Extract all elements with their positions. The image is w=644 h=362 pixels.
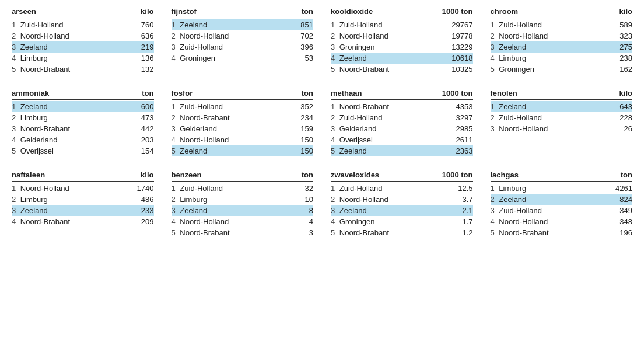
row-label: Zuid-Holland [499,113,542,122]
row-value: 473 [131,113,154,122]
table-title-fijnstof: fijnstof [172,7,197,16]
table-fosfor: fosforton1 Zuid-Holland3522 Noord-Braban… [172,89,314,156]
table-row: 5 Noord-Brabant10325 [331,64,473,75]
table-title-methaan: methaan [331,89,362,98]
row-label: Noord-Holland [180,217,229,226]
table-row: 2 Noord-Holland19778 [331,30,473,41]
row-value: 4353 [450,102,473,111]
table-row: 2 Noord-Holland323 [491,30,633,41]
table-kooldioxide: kooldioxide1000 ton1 Zuid-Holland297672 … [331,7,473,75]
row-label: Zeeland [499,102,526,111]
row-value: 159 [290,124,313,133]
row-label: Limburg [180,195,207,204]
table-row: 4 Zeeland10618 [331,53,473,64]
row-label: Noord-Brabant [20,217,70,226]
table-ammoniak: ammoniakton1 Zeeland6002 Limburg4733 Noo… [12,89,154,156]
row-value: 486 [131,195,154,204]
table-header-lachgas: lachgaston [491,170,633,182]
table-unit-kooldioxide: 1000 ton [442,7,473,16]
row-rank: 5 [12,65,18,74]
table-unit-ammoniak: ton [142,89,153,98]
row-label: Noord-Brabant [340,102,389,111]
row-label: Zeeland [180,147,207,155]
row-value: 196 [609,228,632,237]
row-value: 12.5 [450,184,473,193]
row-value: 26 [609,124,632,133]
row-rank: 5 [491,228,497,237]
row-rank: 5 [172,228,178,237]
table-row: 1 Zuid-Holland12.5 [331,183,473,194]
table-title-zwaveloxides: zwaveloxides [331,170,379,179]
table-row: 3 Zeeland275 [491,41,633,53]
row-value: 1.2 [450,228,473,237]
row-value: 349 [609,206,632,215]
table-unit-zwaveloxides: 1000 ton [442,170,473,179]
row-label: Groningen [499,65,534,74]
row-label: Limburg [499,184,526,193]
row-value: 4 [290,217,313,226]
row-label: Overijssel [20,147,54,155]
row-rank: 1 [331,102,337,111]
table-row: 1 Noord-Brabant4353 [331,101,473,112]
table-row: 5 Zeeland2363 [331,145,473,156]
row-value: 824 [609,195,632,204]
table-unit-naftaleen: kilo [141,170,153,179]
table-lachgas: lachgaston1 Limburg42612 Zeeland8243 Zui… [491,170,633,238]
table-row: 2 Noord-Brabant234 [172,112,314,123]
table-row: 3 Groningen13229 [331,41,473,53]
row-rank: 4 [331,217,337,226]
row-rank: 3 [491,43,497,51]
row-label: Limburg [20,195,48,204]
table-row: 1 Zuid-Holland760 [12,19,154,30]
row-label: Zeeland [499,195,526,204]
row-rank: 3 [491,206,497,215]
table-header-methaan: methaan1000 ton [331,89,473,100]
row-rank: 2 [331,195,337,204]
table-row: 4 Groningen53 [172,53,314,64]
table-row: 5 Noord-Brabant132 [12,64,154,75]
table-row: 1 Zuid-Holland589 [491,19,633,30]
row-rank: 1 [172,102,178,111]
row-label: Zuid-Holland [340,20,383,29]
table-unit-arseen: kilo [141,7,153,16]
table-unit-lachgas: ton [621,170,632,179]
row-rank: 1 [491,20,497,29]
row-value: 8 [290,206,313,215]
row-value: 203 [131,135,154,144]
row-value: 29767 [450,20,473,29]
row-rank: 3 [172,206,178,215]
table-row: 1 Limburg4261 [491,183,633,194]
row-value: 851 [290,20,313,29]
row-value: 154 [131,147,154,155]
row-label: Zeeland [340,206,367,215]
row-rank: 3 [331,124,337,133]
row-value: 219 [131,43,154,51]
table-row: 5 Overijssel154 [12,145,154,156]
row-rank: 4 [12,217,18,226]
row-rank: 4 [12,54,18,62]
main-grid: arseenkilo1 Zuid-Holland7602 Noord-Holla… [12,7,632,238]
row-rank: 3 [12,124,18,133]
row-rank: 4 [491,54,497,62]
row-label: Groningen [340,43,375,51]
row-label: Noord-Holland [180,135,229,144]
row-label: Zeeland [340,54,367,62]
row-rank: 2 [491,195,497,204]
row-rank: 3 [331,206,337,215]
row-label: Noord-Holland [20,184,69,193]
table-row: 1 Zuid-Holland32 [172,183,314,194]
row-value: 589 [609,20,632,29]
table-title-fenolen: fenolen [491,89,517,98]
row-label: Noord-Brabant [180,228,229,237]
row-value: 209 [131,217,154,226]
row-value: 233 [131,206,154,215]
table-row: 1 Zuid-Holland352 [172,101,314,112]
row-label: Noord-Holland [20,32,69,40]
row-rank: 3 [12,43,18,51]
row-label: Noord-Holland [499,217,548,226]
row-rank: 5 [491,65,497,74]
row-value: 2.1 [450,206,473,215]
table-row: 2 Noord-Holland636 [12,30,154,41]
row-label: Noord-Brabant [340,228,389,237]
table-header-fijnstof: fijnstofton [172,7,314,18]
